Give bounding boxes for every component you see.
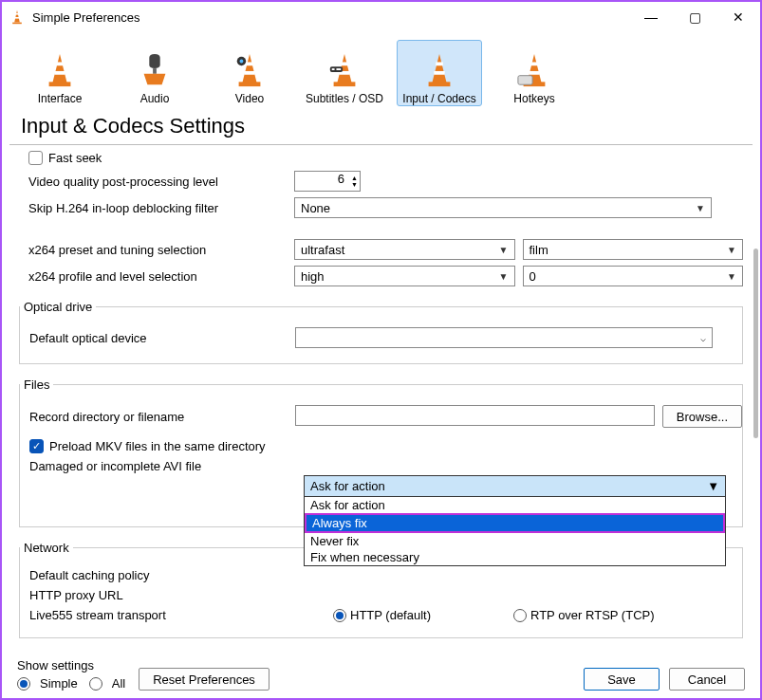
show-simple-radio[interactable] (17, 677, 30, 691)
save-button[interactable]: Save (584, 668, 660, 691)
chevron-down-icon: ▼ (727, 271, 736, 282)
svg-rect-7 (246, 62, 253, 65)
avi-label: Damaged or incomplete AVI file (20, 459, 286, 473)
svg-rect-14 (334, 82, 356, 86)
svg-rect-9 (239, 82, 261, 86)
svg-rect-5 (49, 82, 71, 86)
settings-content: Fast seek Video quality post-processing … (2, 151, 760, 638)
minimize-button[interactable]: — (629, 2, 673, 32)
avi-option-fix-when-necessary[interactable]: Fix when necessary (305, 549, 725, 565)
x264-preset-select[interactable]: ultrafast▼ (294, 239, 515, 260)
rtp-radio[interactable] (513, 609, 527, 622)
vq-label: Video quality post-processing level (19, 175, 285, 189)
spinner-arrows-icon[interactable]: ▲▼ (346, 172, 358, 191)
preload-mkv-label: Preload MKV files in the same directory (49, 439, 266, 453)
optical-default-select[interactable]: ⌵ (295, 327, 713, 348)
avi-dropdown-open[interactable]: Ask for action ▼ Ask for action Always f… (304, 475, 726, 566)
svg-rect-24 (518, 76, 532, 85)
close-button[interactable]: ✕ (716, 2, 760, 32)
svg-rect-21 (530, 62, 538, 65)
proxy-label: HTTP proxy URL (20, 588, 286, 602)
maximize-button[interactable]: ▢ (673, 2, 716, 32)
svg-rect-18 (436, 62, 443, 65)
optical-fieldset: Optical drive Default optical device ⌵ (19, 300, 743, 364)
skip-label: Skip H.264 in-loop deblocking filter (19, 201, 285, 215)
svg-rect-16 (332, 68, 335, 70)
svg-rect-2 (12, 23, 22, 25)
avi-option-always-fix[interactable]: Always fix (305, 513, 725, 533)
chevron-down-icon: ▼ (499, 245, 509, 255)
svg-rect-0 (15, 13, 18, 15)
vlc-cone-icon (9, 9, 25, 25)
x264-level-select[interactable]: 0▼ (523, 266, 744, 286)
x264-profile-select[interactable]: high▼ (294, 266, 515, 286)
tab-interface[interactable]: Interface (17, 40, 102, 106)
page-title: Input & Codecs Settings (9, 110, 753, 145)
tab-video[interactable]: Video (207, 40, 292, 106)
window-titlebar: Simple Preferences — ▢ ✕ (2, 2, 760, 32)
chevron-down-icon: ▼ (707, 479, 719, 493)
video-icon (232, 52, 268, 88)
preload-mkv-checkbox[interactable]: ✓ (29, 439, 44, 453)
chevron-down-icon: ⌵ (700, 333, 706, 343)
tab-audio[interactable]: Audio (112, 40, 197, 106)
fast-seek-checkbox[interactable] (28, 151, 43, 165)
scrollbar-thumb[interactable] (753, 249, 758, 438)
http-radio[interactable] (333, 609, 346, 622)
browse-button[interactable]: Browse... (662, 405, 742, 428)
x264-tuning-select[interactable]: film▼ (523, 239, 744, 260)
audio-icon (137, 52, 173, 88)
avi-option-never-fix[interactable]: Never fix (305, 533, 725, 549)
caching-label: Default caching policy (20, 568, 286, 582)
codecs-icon (421, 52, 457, 88)
x264-profile-label: x264 profile and level selection (19, 269, 285, 284)
svg-rect-12 (341, 62, 348, 65)
svg-rect-20 (429, 82, 451, 86)
subtitles-icon (326, 52, 362, 88)
record-input[interactable] (295, 405, 655, 426)
cancel-button[interactable]: Cancel (669, 668, 745, 691)
svg-rect-19 (434, 71, 444, 75)
chevron-down-icon: ▼ (727, 245, 736, 255)
avi-select[interactable]: Ask for action ▼ (305, 476, 725, 497)
svg-rect-3 (56, 62, 64, 65)
content-scrollbar[interactable] (753, 249, 758, 641)
show-settings-label: Show settings (17, 658, 125, 672)
x264-preset-label: x264 preset and tuning selection (19, 243, 285, 257)
avi-option-ask[interactable]: Ask for action (305, 497, 725, 513)
dialog-footer: Show settings Simple All Reset Preferenc… (0, 658, 762, 691)
show-all-radio[interactable] (89, 677, 102, 691)
fast-seek-label: Fast seek (48, 151, 102, 165)
window-title: Simple Preferences (32, 10, 629, 25)
svg-rect-17 (336, 68, 341, 70)
svg-rect-8 (244, 71, 254, 75)
tab-input-codecs[interactable]: Input / Codecs (397, 40, 482, 106)
reset-preferences-button[interactable]: Reset Preferences (139, 668, 269, 691)
skip-select[interactable]: None ▼ (294, 197, 712, 218)
tab-hotkeys[interactable]: Hotkeys (492, 40, 577, 106)
svg-rect-4 (54, 71, 65, 75)
vq-spinner[interactable]: 6 ▲▼ (294, 171, 361, 192)
svg-rect-1 (15, 17, 19, 19)
hotkeys-icon (516, 52, 552, 88)
tab-subtitles[interactable]: Subtitles / OSD (302, 40, 387, 106)
chevron-down-icon: ▼ (696, 203, 705, 213)
svg-rect-6 (153, 68, 157, 74)
live555-label: Live555 stream transport (20, 608, 324, 622)
interface-icon (42, 52, 78, 88)
chevron-down-icon: ▼ (499, 271, 509, 282)
category-toolbar: Interface Audio Video Subtitles / OSD In… (2, 32, 760, 110)
svg-point-11 (240, 60, 244, 64)
optical-default-label: Default optical device (20, 331, 286, 345)
record-label: Record directory or filename (20, 410, 286, 424)
svg-rect-22 (529, 71, 539, 75)
